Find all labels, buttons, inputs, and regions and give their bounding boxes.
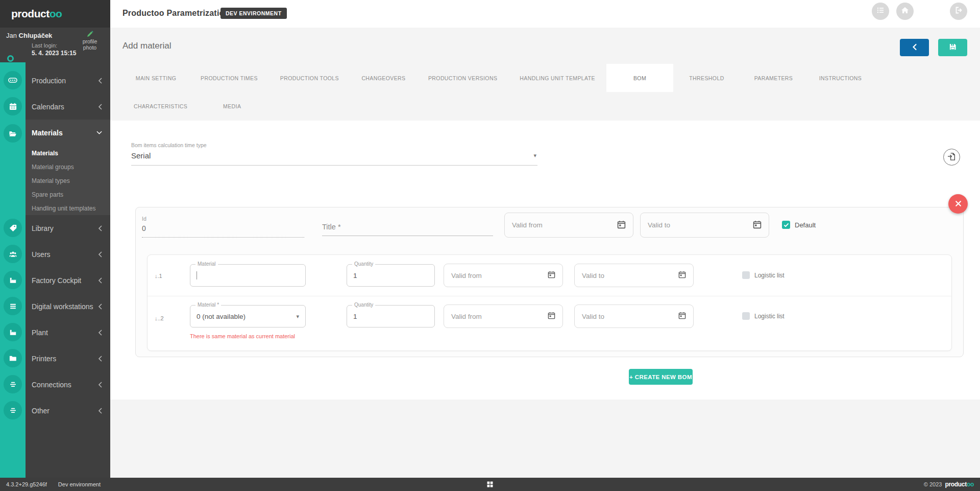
material-label: Material * [195,302,221,308]
submenu-item-materials[interactable]: Materials [32,146,110,160]
tab-parameters[interactable]: PARAMETERS [740,64,807,92]
sidebar-item-label: Digital workstations [32,302,93,311]
tab-changeovers[interactable]: CHANGEOVERS [350,64,417,92]
title-input[interactable] [322,216,493,236]
sidebar-item-calendars[interactable]: Calendars [26,93,110,120]
align-lines-icon[interactable] [4,401,22,419]
sidebar-item-digital-workstations[interactable]: Digital workstations [26,293,110,319]
users-group-icon[interactable] [4,245,22,263]
create-new-bom-button[interactable]: + CREATE NEW BOM [629,369,693,385]
checkbox-unchecked-icon[interactable] [742,271,750,279]
sidebar-item-factory-cockpit[interactable]: Factory Cockpit [26,267,110,293]
row-valid-from-input[interactable]: Valid from [444,264,563,287]
calendar-picker-icon[interactable] [617,220,626,230]
default-checkbox-row[interactable]: Default [782,221,816,229]
tab-production-times[interactable]: PRODUCTION TIMES [189,64,269,92]
tab-handling-unit-template[interactable]: HANDLING UNIT TEMPLATE [508,64,606,92]
sidebar-item-other[interactable]: Other [26,398,110,424]
sidebar-item-library[interactable]: Library [26,215,110,241]
pencil-icon [87,32,93,38]
logo-main-text: product [11,8,50,19]
plant-factory-icon[interactable] [4,323,22,341]
calendar-picker-icon[interactable] [678,271,686,280]
menu-list-button[interactable] [872,3,889,20]
align-lines-icon[interactable] [4,375,22,393]
tab-threshold[interactable]: THRESHOLD [673,64,740,92]
import-bom-button[interactable] [943,149,960,166]
calendar-picker-icon[interactable] [548,271,555,280]
submenu-item-material-types[interactable]: Material types [32,174,110,188]
user-area: Jan Chlupáček profile photo Last login: … [0,28,110,62]
checkbox-checked-icon[interactable] [782,221,790,229]
calendar-icon[interactable] [4,97,22,115]
checkbox-unchecked-icon[interactable] [742,312,750,320]
row-valid-to-input[interactable]: Valid to [574,305,694,328]
production-conveyor-icon[interactable] [4,71,22,89]
sidebar-item-production[interactable]: Production [26,67,110,93]
sidebar-item-plant[interactable]: Plant [26,319,110,345]
home-button[interactable] [896,3,914,20]
material-error-message: There is same material as current materi… [190,333,295,339]
sidebar-icon-rail [0,62,26,478]
tag-icon[interactable] [4,219,22,237]
env-badge: DEV ENVIRONMENT [220,8,287,19]
materials-submenu: Materials Material groups Material types… [26,146,110,215]
material-input[interactable]: Material [190,264,306,287]
calendar-picker-icon[interactable] [548,312,555,321]
grid-icon[interactable] [487,481,493,488]
sidebar-item-connections[interactable]: Connections [26,371,110,398]
material-select[interactable]: Material * 0 (not available) ▾ [190,305,306,328]
back-button[interactable] [900,39,929,56]
sidebar-item-label: Library [32,224,54,232]
sidebar-item-label: Calendars [32,103,64,111]
bom-valid-to-input[interactable]: Valid to [640,213,769,238]
tab-bom[interactable]: BOM [606,64,673,92]
calc-time-type-select[interactable]: Bom items calculation time type Serial▾ [131,142,537,166]
logistic-list-checkbox-row[interactable]: Logistic list [742,312,785,320]
copyright: © 2023 productoo [924,481,974,488]
tab-main-setting[interactable]: MAIN SETTING [122,64,189,92]
logo-accent-text: oo [50,8,62,19]
dropdown-arrow-icon: ▾ [296,313,299,320]
logistic-list-label: Logistic list [754,272,785,279]
logistic-list-checkbox-row[interactable]: Logistic list [742,271,785,279]
remove-bom-button[interactable] [948,194,968,214]
row-valid-from-input[interactable]: Valid from [444,305,563,328]
save-button[interactable] [938,39,967,56]
submenu-item-handling-unit-templates[interactable]: Handling unit templates [32,201,110,215]
tab-media[interactable]: MEDIA [199,92,265,120]
quantity-input[interactable]: Quantity 1 [347,305,435,328]
sidebar-item-materials[interactable]: Materials [26,120,110,146]
quantity-input[interactable]: Quantity 1 [347,264,435,287]
tab-production-versions[interactable]: PRODUCTION VERSIONS [417,64,508,92]
sidebar-item-users[interactable]: Users [26,241,110,267]
row-valid-to-input[interactable]: Valid to [574,264,694,287]
hamburger-lines-icon[interactable] [4,297,22,315]
profile-photo-link[interactable]: profile photo [77,31,103,53]
user-name: Jan Chlupáček [6,32,52,39]
bom-id-field: Id 0 [142,216,304,238]
logout-button[interactable] [950,3,967,20]
calendar-picker-icon[interactable] [678,312,686,321]
tab-instructions[interactable]: INSTRUCTIONS [807,64,874,92]
tab-characteristics[interactable]: CHARACTERISTICS [122,92,199,120]
valid-from-placeholder: Valid from [451,313,482,320]
tabs-row-2: CHARACTERISTICS MEDIA [122,92,265,120]
folder-open-icon[interactable] [4,124,22,143]
chevron-left-icon [98,78,102,84]
bom-valid-from-input[interactable]: Valid from [504,213,633,238]
default-label: Default [795,221,816,229]
submenu-item-spare-parts[interactable]: Spare parts [32,188,110,201]
sidebar-item-label: Printers [32,355,56,363]
factory-icon[interactable] [4,271,22,289]
chevron-left-icon [98,225,102,231]
productoo-logo[interactable]: productoo [11,8,62,20]
calendar-picker-icon[interactable] [753,220,762,230]
tab-production-tools[interactable]: PRODUCTION TOOLS [269,64,350,92]
statusbar: 4.3.2+29.g5246f Dev environment © 2023 p… [0,478,980,491]
sidebar-item-printers[interactable]: Printers [26,345,110,371]
copyright-year: © 2023 [924,481,942,487]
folder-icon[interactable] [4,349,22,367]
submenu-item-material-groups[interactable]: Material groups [32,160,110,174]
app-title: Productoo Parametrization [122,9,229,18]
